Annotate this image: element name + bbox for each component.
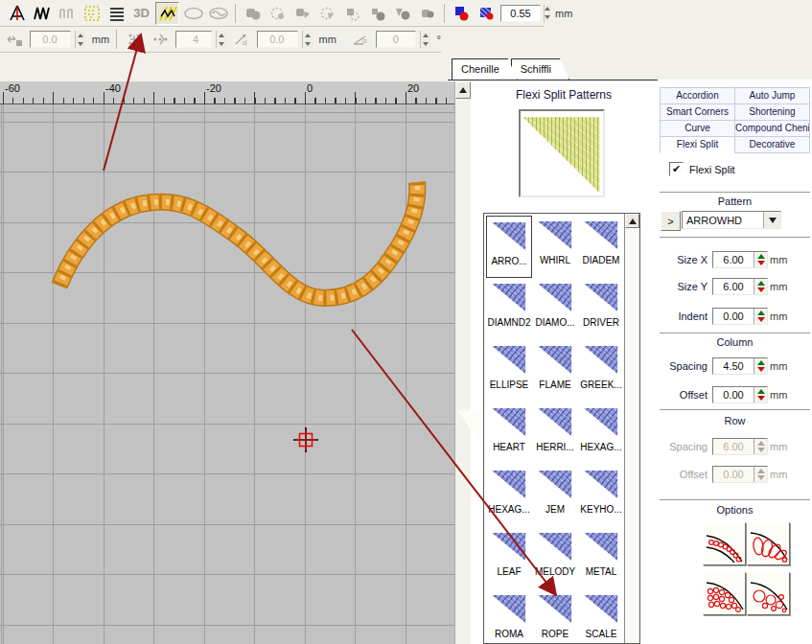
checkbox[interactable]: ✔	[669, 162, 684, 176]
pattern-more-button[interactable]: >	[661, 211, 681, 231]
checkmark-icon: ✔	[672, 164, 681, 174]
flexi-split-icon[interactable]	[155, 2, 179, 25]
pattern-label: METAL	[586, 566, 617, 577]
stitch-length-spinner[interactable]	[544, 5, 550, 22]
pattern-item[interactable]: SCALE	[578, 589, 624, 643]
spinner	[754, 358, 767, 374]
options-section-title: Options	[658, 504, 812, 516]
property-tab[interactable]: Compound Chenille	[734, 120, 810, 137]
main-toolbar: 3D 0.55 mm	[0, 0, 544, 27]
3d-mode-button[interactable]: 3D	[130, 3, 152, 24]
pattern-item[interactable]: DIAMND2	[486, 278, 532, 340]
property-tab[interactable]: Smart Corners	[660, 104, 735, 121]
indent-field[interactable]: 0.00	[712, 308, 768, 325]
chevron-down-icon[interactable]	[763, 212, 780, 228]
object-color-icon[interactable]	[451, 3, 473, 24]
pattern-item[interactable]: DRIVER	[578, 278, 624, 340]
zigzag-stitch-icon[interactable]	[31, 3, 53, 24]
pattern-run-icon[interactable]	[56, 3, 78, 24]
pattern-fill-color-icon[interactable]	[476, 3, 498, 24]
pattern-label: HEXAG...	[580, 442, 621, 452]
pattern-item[interactable]: ELLIPSE	[486, 340, 532, 402]
stitch-length-field[interactable]: 0.55	[500, 5, 541, 22]
pattern-thumbnail	[537, 218, 573, 251]
property-tab[interactable]: Flexi Split	[660, 136, 735, 153]
branch-icon-6[interactable]	[366, 3, 388, 24]
branch-icon-1[interactable]	[242, 3, 264, 24]
size-x-unit: mm	[770, 254, 787, 265]
angle-unit: °	[437, 34, 441, 45]
node-spacing-icon[interactable]	[150, 29, 172, 50]
pattern-label: ROPE	[542, 629, 568, 639]
property-tab[interactable]: Curve	[660, 120, 735, 137]
pattern-item[interactable]: DIADEM	[578, 216, 624, 278]
line-fill-icon[interactable]	[105, 3, 128, 24]
size-x-field[interactable]: 6.00	[712, 251, 768, 268]
branch-icon-2[interactable]	[267, 3, 289, 24]
pattern-item[interactable]: JEM	[532, 465, 578, 527]
pattern-item[interactable]: METAL	[578, 527, 624, 589]
pattern-item[interactable]: MELODY	[532, 527, 578, 589]
pattern-item[interactable]: GREEK...	[578, 340, 624, 402]
pattern-dropdown[interactable]: ARROWHD	[682, 211, 781, 229]
flexi-split-checkbox-row[interactable]: ✔ Flexi Split	[669, 162, 735, 176]
size-y-field[interactable]: 6.00	[712, 278, 768, 295]
branch-icon-3[interactable]	[291, 3, 313, 24]
pattern-item[interactable]: ROPE	[532, 589, 578, 643]
pattern-list[interactable]: ARRO... WHIRL DIADEM DIAMND2	[483, 213, 640, 644]
chenille-wave-icon[interactable]	[207, 3, 229, 24]
pattern-item[interactable]: ROMA	[486, 589, 532, 643]
scroll-up-icon[interactable]	[455, 81, 471, 99]
program-split-icon[interactable]	[81, 3, 103, 24]
pattern-item[interactable]: DIAMO...	[532, 278, 578, 340]
option-fill-small-circles-button[interactable]	[703, 572, 746, 615]
pattern-item[interactable]: HEART	[486, 402, 532, 465]
pull-comp-icon[interactable]	[4, 29, 26, 50]
option-mixed-circles-button[interactable]	[747, 572, 790, 615]
node-count-value: 4	[176, 32, 215, 47]
stitch-length-icon[interactable]: d	[231, 29, 253, 50]
property-tab[interactable]: Accordion	[660, 87, 735, 104]
branch-icon-8[interactable]	[416, 3, 438, 24]
row-offset-field: 0.00	[712, 466, 768, 483]
property-tab[interactable]: Auto Jump	[734, 87, 810, 104]
satin-column-icon[interactable]	[6, 3, 28, 24]
column-offset-field[interactable]: 0.00	[712, 386, 768, 403]
column-spacing-field[interactable]: 4.50	[712, 357, 768, 375]
option-single-row-circles-button[interactable]	[703, 522, 746, 565]
branch-icon-4[interactable]	[316, 3, 338, 24]
tab-chenille[interactable]: Chenille	[452, 58, 518, 80]
branch-icon-5[interactable]	[341, 3, 363, 24]
chenille-oval-icon[interactable]	[182, 3, 204, 24]
option-large-ellipses-button[interactable]	[747, 522, 790, 565]
pattern-item[interactable]: FLAME	[532, 340, 578, 402]
pattern-label: KEYHO...	[580, 504, 621, 515]
properties-panel: Accordion Auto Jump Smart Corners Shorte…	[658, 80, 812, 644]
pattern-label: ELLIPSE	[490, 380, 529, 390]
pattern-item[interactable]: WHIRL	[532, 216, 578, 278]
scroll-up-icon[interactable]	[625, 214, 639, 228]
property-tab[interactable]: Shortening	[734, 104, 810, 121]
horizontal-ruler: -60 -40 -20 0 20	[0, 81, 454, 104]
pattern-item[interactable]: HEXAG...	[578, 402, 624, 465]
pattern-section-title: Pattern	[658, 196, 812, 207]
pattern-item[interactable]: ARRO...	[486, 216, 532, 278]
pattern-item[interactable]: HERRI...	[532, 402, 578, 465]
svg-text:d: d	[243, 38, 246, 47]
column-spacing-row: Spacing 4.50 mm	[658, 356, 787, 375]
pattern-list-scrollbar[interactable]	[624, 214, 639, 643]
stitch-length-unit: mm	[555, 8, 572, 19]
reshape-nodes-icon[interactable]	[124, 29, 146, 50]
canvas-vertical-scrollbar[interactable]	[454, 81, 471, 644]
stitch-angle-icon[interactable]: α	[350, 29, 372, 50]
pattern-label: JEM	[545, 504, 565, 515]
pattern-item[interactable]: LEAF	[486, 527, 532, 589]
property-tab[interactable]: Decorative	[734, 136, 810, 153]
pattern-thumbnail	[491, 468, 527, 500]
branch-icon-7[interactable]	[391, 3, 413, 24]
tab-schiffli[interactable]: Schiffli	[511, 58, 569, 80]
pattern-item[interactable]: KEYHO...	[578, 465, 624, 527]
pattern-thumbnail	[491, 592, 527, 625]
design-canvas[interactable]: -60 -40 -20 0 20	[0, 81, 454, 644]
pattern-item[interactable]: HEXAG...	[486, 465, 532, 527]
